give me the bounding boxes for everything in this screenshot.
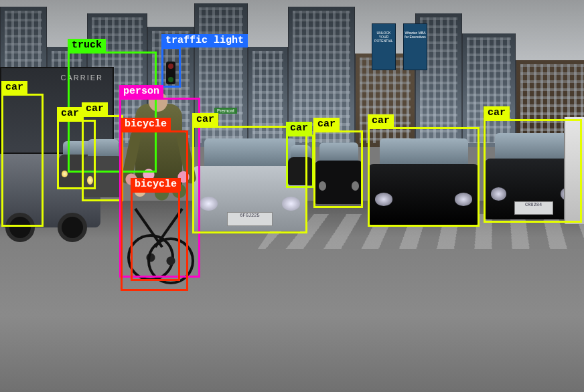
bbox-label: car [313, 118, 340, 131]
bbox-car: car [82, 115, 123, 201]
bbox-person: person [119, 98, 200, 278]
bbox-label: car [192, 113, 218, 126]
bbox-label: person [119, 85, 163, 98]
bbox-car: car [57, 120, 96, 189]
bbox-car: car [313, 130, 363, 208]
bbox-car: car [484, 119, 582, 223]
detection-scene: UNLOCK YOUR POTENTIAL Wharton MBA for Ex… [0, 0, 584, 392]
bbox-label: traffic light [161, 34, 248, 47]
bbox-bicycle: bicycle [121, 130, 188, 291]
bbox-car: car [286, 134, 314, 188]
bbox-label: bicycle [131, 178, 181, 191]
bbox-label: car [82, 102, 108, 116]
bbox-label: car [57, 107, 83, 120]
bbox-label: truck [68, 39, 106, 52]
detection-overlay: cartruckcarcartraffic lightpersonbicycle… [0, 0, 584, 392]
bbox-truck: truck [68, 52, 157, 173]
bbox-car: car [192, 126, 307, 233]
bbox-label: car [484, 106, 510, 120]
bbox-label: bicycle [121, 118, 171, 131]
bbox-car: car [1, 94, 44, 227]
bbox-traffic-light: traffic light [161, 47, 181, 88]
bbox-label: car [1, 81, 27, 94]
bbox-car: car [368, 127, 480, 227]
bbox-label: car [368, 114, 394, 128]
bbox-bicycle: bicycle [131, 191, 180, 281]
bbox-label: car [286, 122, 312, 135]
